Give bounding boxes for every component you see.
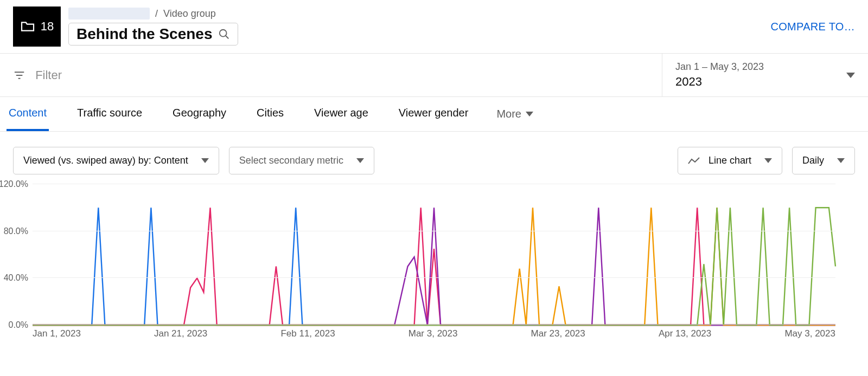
granularity-dropdown[interactable]: Daily — [792, 147, 855, 174]
tab-viewer-age[interactable]: Viewer age — [312, 97, 371, 131]
chart-series-series-purple — [33, 208, 835, 325]
filter-region — [0, 54, 662, 96]
svg-marker-8 — [356, 158, 364, 163]
search-icon — [218, 28, 230, 40]
breadcrumb: / Video group — [68, 8, 238, 20]
tab-content[interactable]: Content — [7, 97, 49, 131]
chart-series-series-blue — [33, 208, 835, 325]
date-preset-text: 2023 — [675, 75, 764, 89]
secondary-metric-label: Select secondary metric — [239, 155, 343, 166]
breadcrumb-leaf: Video group — [163, 8, 216, 20]
chart-area: 0.0%40.0%80.0%120.0% Jan 1, 2023Jan 21, … — [0, 174, 868, 339]
chevron-down-icon — [526, 112, 533, 116]
badge-count: 18 — [41, 20, 54, 34]
svg-marker-6 — [526, 112, 533, 116]
filter-icon — [13, 69, 25, 82]
folder-icon — [20, 21, 35, 33]
chart-controls: Viewed (vs. swiped away) by: Content Sel… — [0, 132, 868, 174]
svg-point-0 — [219, 30, 226, 37]
header: 18 / Video group Behind the Scenes COMPA… — [0, 0, 868, 53]
chart-series-series-orange — [33, 208, 835, 325]
svg-marker-7 — [201, 158, 209, 163]
svg-marker-9 — [764, 158, 772, 163]
chart-x-tick: Feb 11, 2023 — [280, 328, 335, 339]
tab-viewer-gender[interactable]: Viewer gender — [397, 97, 471, 131]
svg-marker-5 — [846, 73, 855, 78]
chart-series-series-pink — [33, 208, 835, 325]
chart-type-label: Line chart — [709, 155, 751, 166]
date-range-picker[interactable]: Jan 1 – May 3, 2023 2023 — [662, 54, 868, 96]
breadcrumb-stack: / Video group Behind the Scenes — [68, 8, 238, 46]
tab-more[interactable]: More — [496, 108, 533, 120]
chevron-down-icon — [764, 158, 772, 163]
primary-metric-dropdown[interactable]: Viewed (vs. swiped away) by: Content — [13, 147, 219, 174]
chart-x-tick: Mar 23, 2023 — [531, 328, 585, 339]
dimension-tabs: Content Traffic source Geography Cities … — [0, 97, 868, 132]
secondary-metric-dropdown[interactable]: Select secondary metric — [229, 147, 374, 174]
chevron-down-icon — [837, 158, 845, 163]
chart-y-tick: 0.0% — [9, 320, 28, 330]
chart-x-tick: Jan 1, 2023 — [33, 328, 81, 339]
chevron-down-icon — [356, 158, 364, 163]
chart-x-axis-labels: Jan 1, 2023Jan 21, 2023Feb 11, 2023Mar 3… — [33, 328, 835, 339]
title-search-box[interactable]: Behind the Scenes — [68, 23, 238, 46]
filter-input[interactable] — [35, 68, 649, 82]
tab-traffic-source[interactable]: Traffic source — [75, 97, 144, 131]
breadcrumb-separator: / — [155, 8, 158, 20]
primary-metric-label: Viewed (vs. swiped away) by: Content — [23, 155, 188, 166]
tab-cities[interactable]: Cities — [254, 97, 286, 131]
breadcrumb-root[interactable] — [68, 8, 150, 20]
chart-x-tick: Mar 3, 2023 — [409, 328, 458, 339]
chart-y-tick: 120.0% — [0, 179, 28, 189]
chart-plot-region: 0.0%40.0%80.0%120.0% — [33, 184, 835, 325]
page-title: Behind the Scenes — [76, 25, 213, 43]
chevron-down-icon — [201, 158, 209, 163]
chart-x-tick: Jan 21, 2023 — [154, 328, 207, 339]
chart-y-tick: 80.0% — [4, 226, 28, 236]
line-chart-icon — [688, 157, 700, 165]
chart-type-dropdown[interactable]: Line chart — [678, 147, 782, 174]
svg-line-1 — [225, 36, 228, 39]
chart-x-tick: May 3, 2023 — [784, 328, 835, 339]
chart-svg — [33, 184, 835, 325]
tab-geography[interactable]: Geography — [170, 97, 228, 131]
chart-x-tick: Apr 13, 2023 — [659, 328, 711, 339]
tab-more-label: More — [496, 108, 521, 120]
chart-y-tick: 40.0% — [4, 273, 28, 283]
chart-series-series-green — [33, 208, 835, 325]
filter-bar: Jan 1 – May 3, 2023 2023 — [0, 53, 868, 97]
folder-badge: 18 — [13, 7, 61, 47]
svg-marker-10 — [837, 158, 845, 163]
granularity-label: Daily — [802, 155, 824, 166]
chevron-down-icon — [846, 73, 855, 78]
compare-link[interactable]: COMPARE TO… — [770, 21, 855, 33]
date-range-text: Jan 1 – May 3, 2023 — [675, 61, 764, 73]
